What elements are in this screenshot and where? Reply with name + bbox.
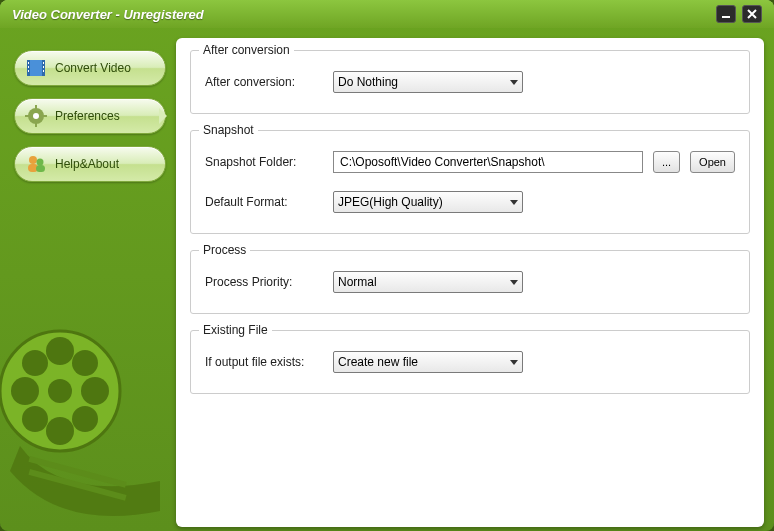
select-process-priority[interactable]: Normal bbox=[333, 271, 523, 293]
svg-rect-15 bbox=[43, 115, 47, 117]
sidebar-item-label: Preferences bbox=[55, 109, 120, 123]
sidebar-item-convert-video[interactable]: Convert Video bbox=[14, 50, 166, 86]
label-existing-file: If output file exists: bbox=[205, 355, 323, 369]
group-title: Existing File bbox=[199, 323, 272, 337]
svg-rect-7 bbox=[43, 62, 44, 64]
select-default-format[interactable]: JPEG(High Quality) bbox=[333, 191, 523, 213]
svg-point-28 bbox=[22, 406, 48, 432]
browse-button[interactable]: ... bbox=[653, 151, 680, 173]
film-icon bbox=[25, 57, 47, 79]
group-title: Snapshot bbox=[199, 123, 258, 137]
close-icon bbox=[747, 9, 757, 19]
row-existing-file: If output file exists: Create new file bbox=[205, 351, 735, 373]
svg-rect-8 bbox=[43, 66, 44, 68]
app-window: Video Converter - Unregistered Convert V… bbox=[0, 0, 774, 531]
sidebar-item-label: Convert Video bbox=[55, 61, 131, 75]
label-after-conversion: After conversion: bbox=[205, 75, 323, 89]
chevron-down-icon bbox=[510, 80, 518, 85]
label-default-format: Default Format: bbox=[205, 195, 323, 209]
svg-point-29 bbox=[72, 406, 98, 432]
input-snapshot-folder[interactable] bbox=[333, 151, 643, 173]
group-title: After conversion bbox=[199, 43, 294, 57]
minimize-button[interactable] bbox=[716, 5, 736, 23]
open-button[interactable]: Open bbox=[690, 151, 735, 173]
group-process: Process Process Priority: Normal bbox=[190, 250, 750, 314]
label-snapshot-folder: Snapshot Folder: bbox=[205, 155, 323, 169]
group-title: Process bbox=[199, 243, 250, 257]
select-value: JPEG(High Quality) bbox=[338, 195, 443, 209]
svg-point-16 bbox=[29, 156, 37, 164]
svg-point-17 bbox=[37, 159, 44, 166]
body: Convert Video Preferences Help&About bbox=[0, 28, 774, 531]
svg-point-21 bbox=[48, 379, 72, 403]
svg-rect-9 bbox=[43, 70, 44, 72]
row-after-conversion: After conversion: Do Nothing bbox=[205, 71, 735, 93]
sidebar: Convert Video Preferences Help&About bbox=[0, 28, 176, 531]
group-existing-file: Existing File If output file exists: Cre… bbox=[190, 330, 750, 394]
svg-point-23 bbox=[46, 417, 74, 445]
svg-point-25 bbox=[81, 377, 109, 405]
svg-rect-14 bbox=[25, 115, 29, 117]
group-snapshot: Snapshot Snapshot Folder: ... Open Defau… bbox=[190, 130, 750, 234]
svg-point-26 bbox=[22, 350, 48, 376]
svg-rect-6 bbox=[28, 70, 29, 72]
group-after-conversion: After conversion After conversion: Do No… bbox=[190, 50, 750, 114]
gear-icon bbox=[25, 105, 47, 127]
minimize-icon bbox=[721, 9, 731, 19]
svg-rect-5 bbox=[28, 66, 29, 68]
row-default-format: Default Format: JPEG(High Quality) bbox=[205, 191, 735, 213]
chevron-down-icon bbox=[510, 360, 518, 365]
sidebar-item-label: Help&About bbox=[55, 157, 119, 171]
select-after-conversion[interactable]: Do Nothing bbox=[333, 71, 523, 93]
svg-rect-4 bbox=[28, 62, 29, 64]
sidebar-item-help-about[interactable]: Help&About bbox=[14, 146, 166, 182]
chevron-down-icon bbox=[510, 280, 518, 285]
select-value: Do Nothing bbox=[338, 75, 398, 89]
preferences-panel: After conversion After conversion: Do No… bbox=[176, 38, 764, 527]
select-existing-file[interactable]: Create new file bbox=[333, 351, 523, 373]
row-process-priority: Process Priority: Normal bbox=[205, 271, 735, 293]
svg-rect-13 bbox=[35, 123, 37, 127]
sidebar-item-preferences[interactable]: Preferences bbox=[14, 98, 166, 134]
select-value: Normal bbox=[338, 275, 377, 289]
film-reel-decoration bbox=[0, 301, 176, 531]
svg-point-22 bbox=[46, 337, 74, 365]
people-icon bbox=[25, 153, 47, 175]
close-button[interactable] bbox=[742, 5, 762, 23]
window-controls bbox=[716, 5, 762, 23]
label-process-priority: Process Priority: bbox=[205, 275, 323, 289]
chevron-down-icon bbox=[510, 200, 518, 205]
window-title: Video Converter - Unregistered bbox=[12, 7, 204, 22]
svg-rect-12 bbox=[35, 105, 37, 109]
svg-rect-19 bbox=[36, 165, 45, 172]
row-snapshot-folder: Snapshot Folder: ... Open bbox=[205, 151, 735, 173]
svg-rect-0 bbox=[722, 16, 730, 18]
svg-point-27 bbox=[72, 350, 98, 376]
titlebar: Video Converter - Unregistered bbox=[0, 0, 774, 28]
select-value: Create new file bbox=[338, 355, 418, 369]
svg-point-11 bbox=[33, 113, 39, 119]
svg-point-24 bbox=[11, 377, 39, 405]
